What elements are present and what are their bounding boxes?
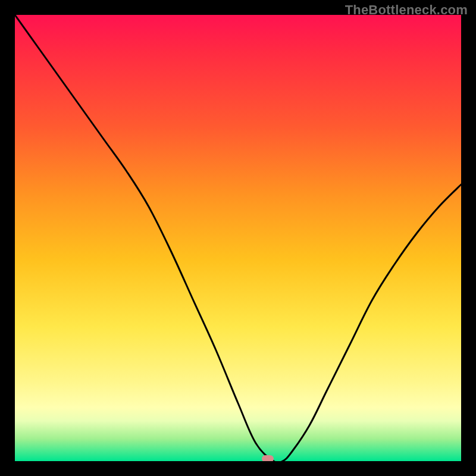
chart-frame: TheBottleneck.com: [0, 0, 476, 476]
optimal-marker: [262, 455, 274, 461]
plot-area: [15, 15, 461, 461]
bottleneck-curve-path: [15, 15, 461, 461]
watermark-text: TheBottleneck.com: [345, 2, 468, 18]
curve-svg: [15, 15, 461, 461]
